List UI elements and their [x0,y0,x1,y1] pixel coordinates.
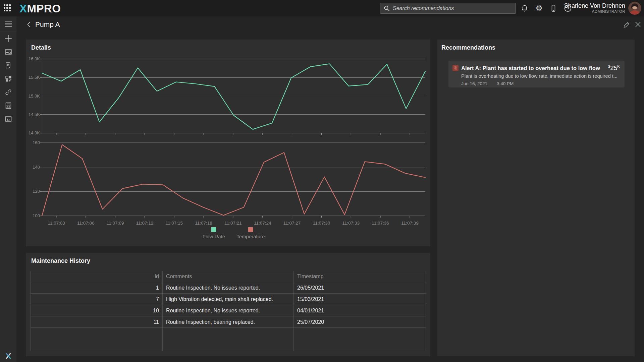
table-cell: High Vibration detected, main shaft repl… [163,294,294,305]
chevron-left-icon [26,21,33,28]
back-button[interactable] [26,21,33,28]
hamburger-icon [5,21,12,27]
table-cell [294,328,426,351]
recommendation-card[interactable]: Alert A: Plant has started to overheat d… [448,61,625,87]
x-axis-tick-label: 11:07:39 [401,221,419,226]
calculator-icon [5,102,12,109]
temperature-legend-label: Temperature [236,234,265,239]
recommendation-meta: Jun 16, 2021 3:40 PM [461,81,620,86]
table-cell: 10 [31,305,163,316]
search-box [380,3,516,14]
recommendation-title: Alert A: Plant has started to overheat d… [461,65,605,71]
notifications-bell-icon[interactable] [520,4,529,13]
table-row[interactable]: 7High Vibration detected, main shaft rep… [31,294,426,305]
column-header-comments[interactable]: Comments [163,271,294,282]
tiles-icon [5,75,12,82]
table-row[interactable]: 1Routine Inspection, No issues reported.… [31,282,426,294]
xmpro-logo[interactable]: XMPRO [19,2,61,15]
table-cell: 7 [31,294,163,305]
y-axis-tick-label: 120 [26,189,40,194]
recommendations-panel: Recommendations Alert A: Plant has start… [437,40,635,356]
y-axis-tick-label: 15.0K [26,94,40,99]
x-axis-tick-label: 11:07:09 [107,221,124,226]
table-cell: 04/01/2021 [294,305,426,316]
mobile-device-icon[interactable] [549,4,558,13]
y-axis-tick-label: 15.5K [26,75,40,80]
x-axis-tick-label: 11:07:24 [254,221,271,226]
plus-icon [5,35,12,42]
avatar[interactable] [628,2,641,15]
table-cell: 1 [31,282,163,294]
close-icon[interactable] [635,21,641,28]
table-header-row: Id Comments Timestamp [31,271,426,282]
column-header-timestamp[interactable]: Timestamp [294,271,426,282]
y-axis-tick-label: 16.0K [26,56,40,61]
settings-gear-icon[interactable]: ⚙ [535,4,543,13]
x-axis-tick-label: 11:07:06 [77,221,95,226]
sidebar-menu-toggle[interactable] [0,16,16,32]
recommendation-date: Jun 16, 2021 [461,81,487,86]
recommendations-heading: Recommendations [441,44,495,51]
recommendation-description: Plant is overheating due to low flow rat… [461,73,620,79]
sidebar-item-calculator[interactable] [0,99,16,112]
legend-item-temperature[interactable]: Temperature [236,227,265,239]
recommendation-time: 3:40 PM [497,81,514,86]
x-axis-tick-label: 11:07:30 [313,221,330,226]
maintenance-heading: Maintenance History [31,257,90,264]
table-empty-row [31,328,426,351]
alert-icon [452,65,459,71]
sidebar-item-integrations[interactable] [0,85,16,99]
table-cell: Routine Inspection, bearing replaced. [163,316,294,328]
apps-grid-icon[interactable] [4,4,12,12]
logo-rest: MPRO [27,2,61,15]
temperature-chart [42,143,425,219]
window-brackets-icon [5,115,12,123]
table-cell [163,328,294,351]
y-axis-tick-label: 100 [26,213,40,218]
legend-item-flow-rate[interactable]: Flow Rate [203,227,225,239]
details-panel: Details Flow Rate Temperature 16.0K15.5K… [26,40,430,246]
x-axis-tick-label: 11:07:15 [166,221,183,226]
table-row[interactable]: 10Routine Inspection, No issues reported… [31,305,426,316]
y-axis-tick-label: 140 [26,165,40,170]
table-cell: Routine Inspection, No issues reported. [163,282,294,294]
document-icon [5,62,12,69]
x-axis-tick-label: 11:07:33 [342,221,360,226]
page-title: Pump A [35,20,60,28]
x-axis-tick-label: 11:07:27 [283,221,301,226]
flow-rate-swatch [211,227,216,232]
search-icon [384,5,390,11]
table-cell: 11 [31,316,163,328]
y-axis-tick-label: 160 [26,140,40,145]
topbar: XMPRO ⚙ [0,0,644,16]
column-header-id[interactable]: Id [31,271,163,282]
details-heading: Details [31,44,51,51]
content-title-bar: Pump A [16,16,644,33]
table-cell: 25/07/2020 [294,316,426,328]
search-input[interactable] [393,5,512,11]
sidebar-item-dashboards[interactable] [0,45,16,59]
x-axis-tick-label: 11:07:36 [372,221,389,226]
x-axis-tick-label: 11:07:03 [48,221,65,226]
y-axis-tick-label: 14.5K [26,112,40,117]
user-menu[interactable]: Sharlene Von Drehnen ADMINISTRATOR [564,2,625,14]
recommendation-value: $25K [608,64,620,72]
edit-pencil-icon[interactable] [623,21,631,28]
link-icon [5,88,12,96]
table-row[interactable]: 11Routine Inspection, bearing replaced.2… [31,316,426,328]
logo-x: X [19,2,27,15]
sidebar-item-documents[interactable] [0,59,16,72]
dashboard-icon [5,48,12,56]
sidebar-item-datagrid[interactable] [0,112,16,126]
table-cell: Routine Inspection, No issues reported. [163,305,294,316]
x-axis-tick-label: 11:07:18 [195,221,212,226]
sidebar-item-apps-grid[interactable] [0,72,16,85]
x-axis-tick-label: 11:07:12 [136,221,154,226]
maintenance-panel: Maintenance History Id Comments Timestam… [26,253,430,356]
x-axis-tick-label: 11:07:21 [224,221,242,226]
xmpro-x-mark[interactable] [0,353,16,359]
sidebar-item-add[interactable] [0,32,16,45]
user-role: ADMINISTRATOR [564,9,625,14]
table-cell [31,328,163,351]
chart-legend: Flow Rate Temperature [42,227,425,239]
